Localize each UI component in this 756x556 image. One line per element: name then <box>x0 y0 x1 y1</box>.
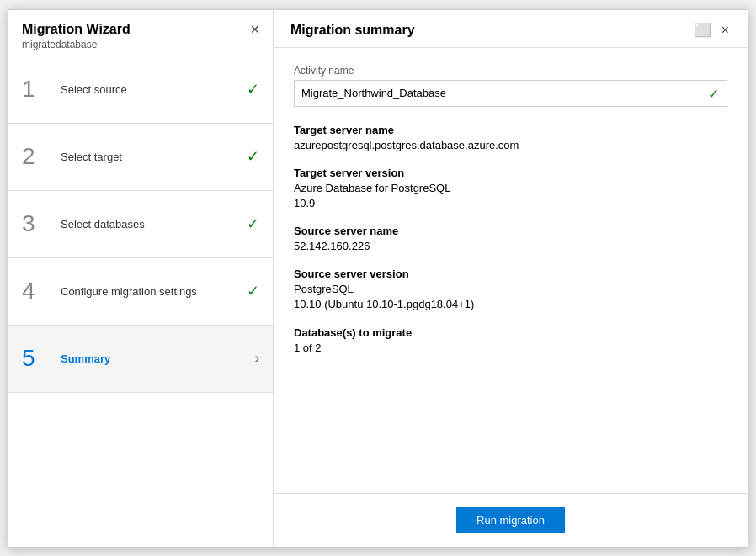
summary-source-server-name: Source server name 52.142.160.226 <box>294 225 727 254</box>
target-server-name-key: Target server name <box>294 124 727 136</box>
target-server-version-value: Azure Database for PostgreSQL10.9 <box>294 181 727 211</box>
step-4-number: 4 <box>22 279 49 303</box>
step-2-number: 2 <box>22 145 49 168</box>
source-server-name-key: Source server name <box>294 225 727 237</box>
step-4-label: Configure migration settings <box>61 285 247 298</box>
summary-databases-to-migrate: Database(s) to migrate 1 of 2 <box>294 326 727 356</box>
right-body: Activity name ✓ Target server name azure… <box>274 48 748 493</box>
step-1-label: Select source <box>61 83 247 96</box>
right-close-button[interactable]: × <box>720 22 731 39</box>
right-panel: Migration summary ⬜ × Activity name ✓ Ta… <box>274 10 748 547</box>
dialog-wrapper: Migration Wizard × migratedatabase 1 Sel… <box>0 0 756 556</box>
step-5-chevron-icon: › <box>255 351 259 366</box>
right-header: Migration summary ⬜ × <box>274 10 748 48</box>
step-1-number: 1 <box>22 77 49 101</box>
activity-name-input[interactable] <box>294 80 727 107</box>
step-5[interactable]: 5 Summary › <box>8 326 273 393</box>
step-3-label: Select databases <box>61 218 247 230</box>
right-panel-title: Migration summary <box>290 23 415 38</box>
target-server-name-value: azurepostgresql.postgres.database.azure.… <box>294 138 727 153</box>
step-1-check-icon: ✓ <box>247 80 259 98</box>
dialog: Migration Wizard × migratedatabase 1 Sel… <box>8 9 748 548</box>
wizard-subtitle: migratedatabase <box>22 39 259 50</box>
step-5-number: 5 <box>22 347 49 370</box>
target-server-version-key: Target server version <box>294 167 727 179</box>
step-1[interactable]: 1 Select source ✓ <box>8 56 273 124</box>
source-server-name-value: 52.142.160.226 <box>294 239 727 254</box>
source-server-version-value: PostgreSQL10.10 (Ubuntu 10.10-1.pgdg18.0… <box>294 282 727 312</box>
summary-target-server-name: Target server name azurepostgresql.postg… <box>294 124 727 153</box>
steps-list: 1 Select source ✓ 2 Select target ✓ 3 Se… <box>8 56 273 547</box>
step-3-number: 3 <box>22 212 49 236</box>
activity-name-label: Activity name <box>294 65 727 77</box>
run-migration-button[interactable]: Run migration <box>456 507 565 533</box>
source-server-version-key: Source server version <box>294 267 727 280</box>
activity-name-row: ✓ <box>294 80 727 107</box>
right-header-icons: ⬜ × <box>693 22 731 39</box>
activity-name-check-icon: ✓ <box>708 85 719 101</box>
step-2-check-icon: ✓ <box>247 147 259 166</box>
step-4[interactable]: 4 Configure migration settings ✓ <box>8 258 273 326</box>
left-close-button[interactable]: × <box>250 22 259 37</box>
maximize-button[interactable]: ⬜ <box>693 22 713 39</box>
wizard-title: Migration Wizard <box>22 22 130 37</box>
step-3-check-icon: ✓ <box>247 214 259 233</box>
step-4-check-icon: ✓ <box>247 282 259 300</box>
left-header: Migration Wizard × migratedatabase <box>8 10 273 56</box>
step-3[interactable]: 3 Select databases ✓ <box>8 191 273 258</box>
databases-to-migrate-key: Database(s) to migrate <box>294 326 727 339</box>
left-header-title-row: Migration Wizard × <box>22 22 259 37</box>
summary-source-server-version: Source server version PostgreSQL10.10 (U… <box>294 267 727 312</box>
left-panel: Migration Wizard × migratedatabase 1 Sel… <box>8 10 274 547</box>
databases-to-migrate-value: 1 of 2 <box>294 341 727 356</box>
step-5-label: Summary <box>61 352 255 365</box>
right-footer: Run migration <box>274 493 748 547</box>
step-2[interactable]: 2 Select target ✓ <box>8 124 273 191</box>
step-2-label: Select target <box>61 151 247 163</box>
summary-target-server-version: Target server version Azure Database for… <box>294 167 727 211</box>
